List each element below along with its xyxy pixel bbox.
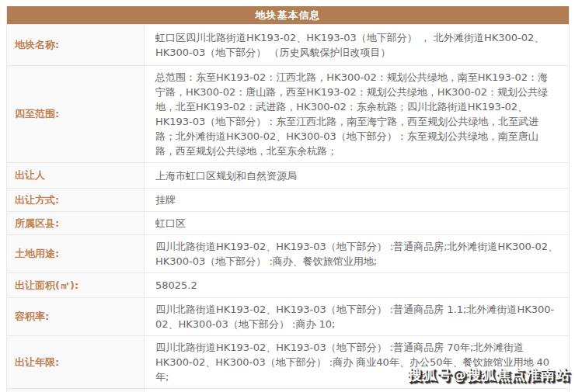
row-label: 出让年限: <box>7 336 145 388</box>
table-row-boundaries: 四至范围: 总范围：东至HK193-02：江西北路，HK300-02：规划公共绿… <box>7 65 569 162</box>
table-row-transaction-status: 当前交易状态: 成交 <box>7 388 569 392</box>
table-row-transferor: 出让人 上海市虹口区规划和自然资源局 <box>7 162 569 188</box>
row-label: 地块名称: <box>7 25 145 65</box>
parcel-info-table: 地块基本信息 地块名称: 虹口区四川北路街道HK193-02、HK193-03（… <box>6 6 570 392</box>
table-row-parcel-name: 地块名称: 虹口区四川北路街道HK193-02、HK193-03（地下部分） ，… <box>7 24 569 65</box>
row-label: 土地用途: <box>7 235 145 272</box>
row-label: 四至范围: <box>7 66 145 162</box>
row-value: 四川北路街道HK193-02、HK193-03（地下部分） :普通商品房;北外滩… <box>145 235 569 272</box>
row-label: 出让方式: <box>7 189 145 211</box>
table-row-land-use: 土地用途: 四川北路街道HK193-02、HK193-03（地下部分） :普通商… <box>7 234 569 272</box>
row-value: 上海市虹口区规划和自然资源局 <box>145 165 569 187</box>
row-value: 虹口区四川北路街道HK193-02、HK193-03（地下部分） ， 北外滩街道… <box>145 26 569 64</box>
table-row-district: 所属区县: 虹口区 <box>7 211 569 234</box>
row-label: 当前交易状态: <box>7 389 145 392</box>
row-label: 出让人 <box>7 163 145 188</box>
table-row-plot-ratio: 容积率: 四川北路街道HK193-02、HK193-03（地下部分） :普通商品… <box>7 297 569 335</box>
table-row-transfer-method: 出让方式: 挂牌 <box>7 188 569 211</box>
row-value: 挂牌 <box>145 189 569 211</box>
row-value: 四川北路街道HK193-02、HK193-03（地下部分） :普通商品房 1.1… <box>145 298 569 335</box>
page: 地块基本信息 地块名称: 虹口区四川北路街道HK193-02、HK193-03（… <box>0 0 575 392</box>
table-row-transfer-area: 出让面积(㎡): 58025.2 <box>7 272 569 297</box>
row-value: 58025.2 <box>145 274 569 297</box>
sohu-watermark: 搜狐号@搜狐焦点淮南站 <box>408 366 570 384</box>
row-label: 出让面积(㎡): <box>7 273 145 297</box>
row-value: 虹口区 <box>145 212 569 234</box>
row-label: 所属区县: <box>7 212 145 234</box>
row-label: 容积率: <box>7 298 145 335</box>
table-title: 地块基本信息 <box>7 6 569 24</box>
row-value: 总范围：东至HK193-02：江西北路，HK300-02：规划公共绿地，南至HK… <box>145 66 569 162</box>
